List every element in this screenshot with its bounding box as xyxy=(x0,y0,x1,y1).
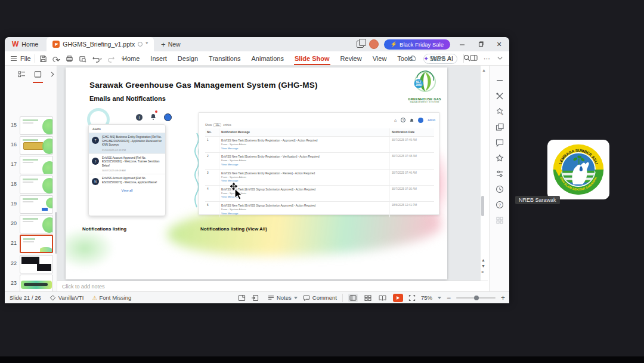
col-header-date: Notification Date xyxy=(390,128,434,136)
notes-placeholder: Click to add notes xyxy=(62,284,105,290)
minimize-button[interactable] xyxy=(456,38,469,50)
slide-thumbnail-20[interactable] xyxy=(20,215,53,233)
slide-thumbnail-17[interactable] xyxy=(20,156,53,174)
new-tab-button[interactable]: + New xyxy=(161,40,181,49)
close-button[interactable]: × xyxy=(493,38,506,50)
account-avatar[interactable] xyxy=(369,39,379,49)
slide-21[interactable]: Sarawak Greenhouse Gas Management System… xyxy=(66,67,447,279)
slide-sorter-view-button[interactable] xyxy=(363,294,373,302)
help-pane-icon[interactable]: ? xyxy=(496,201,504,209)
export-icon[interactable] xyxy=(52,55,60,63)
bottom-black-strip xyxy=(0,356,644,363)
maximize-button[interactable] xyxy=(474,38,487,50)
collapse-pane-icon[interactable] xyxy=(496,76,504,85)
redo-icon[interactable] xyxy=(107,55,115,63)
collapse-panel-icon[interactable] xyxy=(50,69,55,82)
divider xyxy=(35,54,35,63)
participant-video-tile[interactable]: LEMBAGA SUMBER ASLI DAN ALAM SEKITAR SAR… xyxy=(547,140,609,199)
menu-transitions[interactable]: Transitions xyxy=(208,53,241,64)
green-decoration xyxy=(66,227,114,269)
slide-thumbnail-22[interactable] xyxy=(20,255,53,273)
thumbnail-row: 23 xyxy=(5,275,57,293)
zoom-in-button[interactable]: + xyxy=(501,294,505,302)
zoom-level[interactable]: 75% xyxy=(421,294,432,301)
apps-grid-icon[interactable] xyxy=(496,216,504,224)
menu-slide-show[interactable]: Slide Show xyxy=(294,53,330,64)
thumbnail-row: 19 xyxy=(5,195,57,214)
menu-design[interactable]: Design xyxy=(177,53,199,64)
zoom-slider-handle[interactable] xyxy=(474,296,479,300)
menu-home[interactable]: Home xyxy=(122,53,140,64)
scroll-up-arrow[interactable]: ▲ xyxy=(482,68,486,72)
show-entries-control: Show 10 entries xyxy=(205,123,231,127)
theme-indicator[interactable]: VanillaVTI xyxy=(49,294,84,301)
tab-document[interactable]: P GHGMS_Briefing_v1.pptx * xyxy=(47,37,154,51)
slideshow-play-button[interactable] xyxy=(393,294,403,302)
animation-pane-icon[interactable]: a xyxy=(496,107,504,116)
save-icon[interactable] xyxy=(39,55,47,63)
history-pane-icon[interactable] xyxy=(496,185,504,193)
sync-status-icon xyxy=(138,42,143,47)
collapse-ribbon-icon[interactable] xyxy=(497,53,503,64)
slide-thumbnail-16[interactable] xyxy=(20,136,53,155)
comment-icon xyxy=(303,295,310,301)
wps-logo-icon: W xyxy=(12,40,18,48)
font-missing-warning[interactable]: ⚠ Font Missing xyxy=(92,294,131,301)
modified-indicator: * xyxy=(145,41,148,48)
zoom-slider[interactable] xyxy=(456,297,496,299)
bell-icon xyxy=(410,115,414,125)
user-avatar-icon xyxy=(164,113,172,121)
menu-insert[interactable]: Insert xyxy=(150,53,168,64)
comment-button[interactable]: Comment xyxy=(303,294,337,301)
design-tools-icon[interactable] xyxy=(496,92,504,100)
alerts-dropdown-screenshot[interactable]: Alerts T [GHG-MS] Business Entity Regist… xyxy=(88,124,166,216)
alerts-header-icons: i xyxy=(136,112,172,122)
tab-home[interactable]: W Home xyxy=(5,37,47,51)
slide-number: 17 xyxy=(6,161,17,167)
print-preview-icon[interactable] xyxy=(79,55,86,63)
right-tool-rail: a ? xyxy=(489,66,509,291)
fit-to-window-icon[interactable] xyxy=(408,294,416,302)
file-menu[interactable]: File xyxy=(20,55,31,62)
print-icon[interactable] xyxy=(66,55,73,63)
share-button[interactable]: Share xyxy=(423,54,457,64)
plus-icon: + xyxy=(161,40,166,49)
slide-thumbnail-21-selected[interactable] xyxy=(20,235,53,253)
slide-thumbnail-18[interactable] xyxy=(20,176,53,194)
slide-thumbnail-19[interactable] xyxy=(20,195,53,214)
task-pane-icon[interactable] xyxy=(470,53,478,64)
canvas-scrollbar[interactable] xyxy=(481,196,484,216)
effects-pane-icon[interactable] xyxy=(496,154,504,162)
chevron-down-icon xyxy=(448,57,451,60)
alert-text: EnVISS Account Approved [Ref No. ES/2025… xyxy=(102,177,162,184)
more-options-icon[interactable]: ⋯ xyxy=(484,55,491,63)
zoom-out-button[interactable]: − xyxy=(447,294,451,302)
menu-review[interactable]: Review xyxy=(340,53,363,64)
comment-pane-icon[interactable] xyxy=(496,139,504,147)
notes-area[interactable]: Click to add notes xyxy=(57,281,488,291)
slide-thumbnail-23[interactable] xyxy=(20,275,53,293)
alert-item: T [GHG-MS] Business Entity Registration … xyxy=(89,133,165,154)
undo-icon[interactable] xyxy=(92,55,102,63)
slide-view-icon[interactable] xyxy=(34,69,42,82)
reading-view-button[interactable] xyxy=(378,294,388,302)
slide-thumbnail-15[interactable] xyxy=(20,116,53,135)
notes-toggle[interactable]: Notes xyxy=(268,294,298,301)
normal-view-button[interactable] xyxy=(348,294,358,302)
menu-animations[interactable]: Animations xyxy=(251,53,284,64)
participant-name-label: NREB Sarawak xyxy=(515,196,560,204)
alert-item: J EnVISS Account Approved [Ref No. ES/20… xyxy=(89,154,165,175)
cloud-sync-icon[interactable] xyxy=(408,53,417,64)
settings-pane-icon[interactable] xyxy=(496,170,504,178)
slide-nav-buttons[interactable]: ▲▼≡ xyxy=(481,258,485,274)
outline-view-icon[interactable] xyxy=(18,69,26,82)
black-friday-sale-button[interactable]: ⚡ Black Friday Sale xyxy=(384,39,450,50)
present-from-start-icon[interactable] xyxy=(251,294,259,302)
zoom-chevron-icon[interactable] xyxy=(438,297,441,299)
menu-view[interactable]: View xyxy=(372,53,388,64)
shapes-pane-icon[interactable] xyxy=(496,123,504,131)
slide-number: 20 xyxy=(6,220,17,226)
page-setup-icon[interactable] xyxy=(238,294,246,302)
window-layers-icon[interactable] xyxy=(357,41,364,48)
nreb-logo-icon: LEMBAGA SUMBER ASLI DAN ALAM SEKITAR SAR… xyxy=(552,143,605,196)
